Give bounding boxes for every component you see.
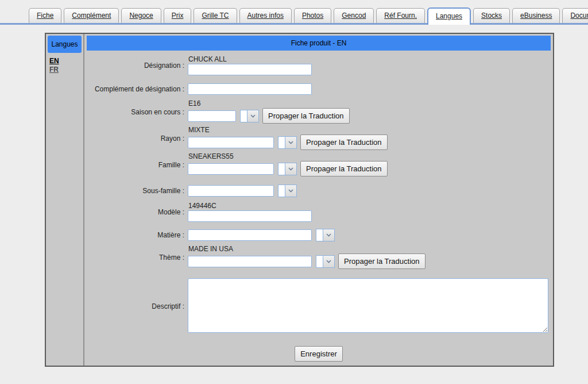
tab-label: Gencod: [342, 11, 366, 20]
field-label: Thème :: [87, 254, 188, 262]
field-combo: [278, 136, 297, 149]
tab-label: Grille TC: [202, 11, 229, 20]
field-hint: MADE IN USA: [188, 245, 551, 252]
chevron-down-icon: [250, 114, 256, 118]
combo-value[interactable]: [278, 185, 285, 197]
tab-label: Photos: [302, 11, 323, 20]
form-row-complement-designation: Complément de désignation :: [87, 83, 551, 95]
field-label: Rayon :: [87, 135, 188, 143]
combo-value[interactable]: [316, 255, 323, 268]
field-combo: [278, 185, 297, 197]
combo-expand-button[interactable]: [285, 185, 297, 197]
languages-sidebar: Langues EN FR: [46, 34, 84, 366]
form-rows: Désignation : CHUCK ALL Complément de dé…: [87, 56, 551, 278]
field-label: Matière :: [87, 231, 188, 239]
sous-famille-input[interactable]: [188, 185, 274, 197]
tab-label: Fiche: [37, 11, 53, 20]
tab-label: Prix: [172, 11, 184, 20]
tab-grille-tc[interactable]: Grille TC: [194, 8, 237, 23]
sidebar-title: Langues: [48, 36, 82, 53]
field-hint: SNEAKERS55: [188, 153, 551, 160]
designation-input[interactable]: [188, 64, 312, 75]
propagate-translation-button[interactable]: Propager la Traduction: [300, 135, 388, 150]
tab-negoce[interactable]: Negoce: [121, 8, 161, 23]
chevron-down-icon: [288, 167, 293, 171]
tab-label: Documents: [570, 11, 588, 20]
field-label: Saison en cours :: [87, 108, 188, 116]
tab-stocks[interactable]: Stocks: [473, 8, 510, 23]
form-row-saison-en-cours: Saison en cours : E16 Propager la Traduc…: [87, 100, 551, 124]
field-combo: [316, 229, 335, 241]
propagate-translation-button[interactable]: Propager la Traduction: [300, 161, 388, 176]
field-label: Famille :: [87, 161, 188, 169]
field-label: Modèle :: [87, 208, 188, 216]
tab-label: Complément: [72, 11, 111, 20]
tab-label: Stocks: [481, 11, 502, 20]
field-label: Descriptif :: [87, 302, 188, 310]
combo-value[interactable]: [316, 229, 323, 241]
language-link-en[interactable]: EN: [49, 57, 59, 65]
combo-value[interactable]: [240, 110, 247, 122]
tab-label: eBusiness: [520, 11, 552, 20]
form-row-theme: Thème : MADE IN USA Propager la Traducti…: [87, 245, 551, 269]
save-button[interactable]: Enregistrer: [295, 346, 343, 362]
tab-langues[interactable]: Langues: [427, 7, 471, 25]
tab-gencod[interactable]: Gencod: [334, 8, 374, 23]
form-row-designation: Désignation : CHUCK ALL: [87, 56, 551, 75]
combo-expand-button[interactable]: [247, 110, 259, 122]
field-hint: E16: [188, 100, 551, 107]
combo-value[interactable]: [278, 136, 285, 149]
product-tab-bar: Fiche Complément Negoce Prix Grille TC A…: [0, 0, 588, 25]
form-header-title: Fiche produit - EN: [87, 36, 551, 51]
tab-documents[interactable]: Documents: [562, 8, 588, 23]
field-hint: CHUCK ALL: [188, 56, 551, 63]
form-row-sous-famille: Sous-famille :: [87, 185, 551, 197]
chevron-down-icon: [326, 260, 331, 263]
tab-compl-ment[interactable]: Complément: [64, 8, 119, 23]
language-list: EN FR: [48, 57, 82, 74]
theme-input[interactable]: [188, 256, 312, 267]
field-combo: [240, 110, 259, 122]
saison-en-cours-input[interactable]: [188, 110, 236, 122]
form-row-rayon: Rayon : MIXTE Propager la Traduction: [87, 126, 551, 150]
product-form-area: Fiche produit - EN Désignation : CHUCK A…: [84, 34, 553, 366]
tab-r-f-fourn[interactable]: Réf Fourn.: [376, 8, 425, 23]
field-label: Sous-famille :: [87, 187, 188, 195]
form-row-matiere: Matière :: [87, 229, 551, 241]
famille-input[interactable]: [188, 163, 274, 175]
form-row-modele: Modèle : 149446C: [87, 202, 551, 222]
combo-value[interactable]: [278, 163, 285, 175]
combo-expand-button[interactable]: [323, 229, 335, 241]
langues-panel: Langues EN FR Fiche produit - EN Désigna…: [45, 33, 554, 367]
tab-label: Langues: [436, 12, 462, 20]
propagate-translation-button[interactable]: Propager la Traduction: [338, 254, 425, 269]
complement-designation-input[interactable]: [188, 83, 312, 95]
save-row: Enregistrer: [87, 346, 551, 362]
modele-input[interactable]: [188, 210, 312, 222]
tab-fiche[interactable]: Fiche: [29, 8, 61, 23]
tab-ebusiness[interactable]: eBusiness: [512, 8, 560, 23]
tab-prix[interactable]: Prix: [164, 8, 192, 23]
tab-label: Negoce: [129, 11, 153, 20]
field-hint: 149446C: [188, 202, 551, 209]
field-combo: [316, 255, 335, 268]
field-label: Complément de désignation :: [87, 85, 188, 93]
language-link-fr[interactable]: FR: [49, 66, 59, 74]
chevron-down-icon: [288, 189, 293, 193]
combo-expand-button[interactable]: [323, 255, 335, 268]
field-label: Désignation :: [87, 62, 188, 70]
chevron-down-icon: [288, 141, 293, 144]
descriptif-row: Descriptif :: [87, 278, 551, 335]
rayon-input[interactable]: [188, 137, 274, 148]
form-row-famille: Famille : SNEAKERS55 Propager la Traduct…: [87, 153, 551, 176]
matiere-input[interactable]: [188, 229, 312, 241]
combo-expand-button[interactable]: [285, 163, 297, 175]
field-hint: MIXTE: [188, 126, 551, 133]
descriptif-textarea[interactable]: [188, 278, 548, 333]
combo-expand-button[interactable]: [285, 136, 297, 149]
propagate-translation-button[interactable]: Propager la Traduction: [262, 108, 350, 124]
tab-autres-infos[interactable]: Autres infos: [239, 8, 292, 23]
tab-label: Réf Fourn.: [384, 11, 417, 20]
tab-photos[interactable]: Photos: [294, 8, 331, 23]
tab-label: Autres infos: [247, 11, 284, 20]
